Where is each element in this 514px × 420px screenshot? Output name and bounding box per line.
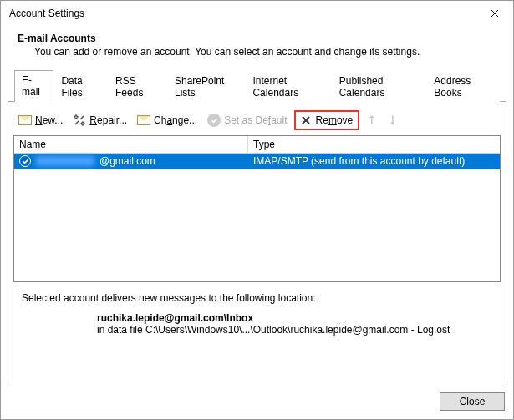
account-settings-window: Account Settings E-mail Accounts You can… [0, 0, 514, 420]
window-close-button[interactable] [476, 1, 513, 26]
col-name[interactable]: Name [14, 136, 248, 154]
account-suffix: @gmail.com [99, 155, 155, 167]
envelope-icon [18, 114, 32, 127]
repair-button[interactable]: Repair... [69, 112, 130, 129]
tabstrip: E-mail Data Files RSS Feeds SharePoint L… [8, 69, 506, 102]
close-icon [491, 9, 499, 18]
tab-data-files[interactable]: Data Files [53, 71, 108, 102]
redacted-name [36, 156, 94, 166]
tab-rss-feeds[interactable]: RSS Feeds [108, 71, 167, 102]
new-button[interactable]: New... [15, 112, 66, 129]
tab-address-books[interactable]: Address Books [426, 71, 500, 102]
close-button[interactable]: Close [440, 392, 505, 411]
table-body: @gmail.com IMAP/SMTP (send from this acc… [14, 154, 500, 281]
cell-type: IMAP/SMTP (send from this account by def… [248, 154, 500, 169]
change-button[interactable]: Change... [134, 112, 201, 129]
window-title: Account Settings [9, 8, 476, 19]
tab-internet-calendars[interactable]: Internet Calendars [245, 71, 331, 102]
tools-icon [73, 114, 86, 127]
default-check-icon [19, 155, 31, 167]
accounts-table: Name Type @gmail.com IMAP/SMTP (send fro… [13, 135, 501, 282]
col-type[interactable]: Type [248, 136, 500, 154]
envelope-change-icon [137, 114, 150, 127]
table-row[interactable]: @gmail.com IMAP/SMTP (send from this acc… [14, 154, 500, 169]
header-title: E-mail Accounts [18, 33, 496, 44]
header-subtitle: You can add or remove an account. You ca… [18, 46, 496, 58]
remove-button[interactable]: Remove [294, 110, 360, 130]
delivery-location: Selected account delivers new messages t… [13, 282, 501, 344]
tab-published-calendars[interactable]: Published Calendars [332, 71, 427, 102]
tab-sharepoint-lists[interactable]: SharePoint Lists [167, 71, 245, 102]
cell-name: @gmail.com [14, 154, 248, 169]
move-down-icon: 🠗 [384, 114, 401, 127]
x-icon [299, 114, 313, 127]
move-up-icon: 🠕 [363, 114, 380, 127]
panel-email: New... Repair... Change... Set as Defaul… [8, 102, 506, 382]
location-folder: ruchika.lepide@gmail.com\Inbox [97, 312, 492, 324]
location-datafile: in data file C:\Users\Windows10\...\Outl… [97, 324, 492, 336]
toolbar: New... Repair... Change... Set as Defaul… [13, 107, 501, 135]
check-circle-icon [207, 114, 221, 127]
location-label: Selected account delivers new messages t… [22, 292, 492, 304]
table-header: Name Type [14, 136, 500, 154]
set-default-button: Set as Default [204, 112, 290, 129]
titlebar: Account Settings [1, 1, 513, 26]
header: E-mail Accounts You can add or remove an… [1, 26, 513, 69]
tab-email[interactable]: E-mail [14, 70, 53, 102]
footer: Close [1, 389, 513, 419]
